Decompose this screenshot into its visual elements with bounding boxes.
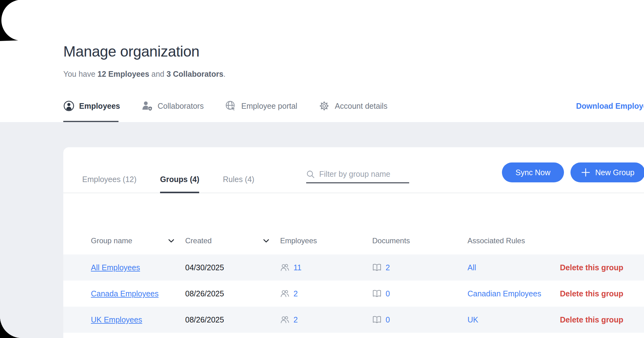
book-icon: [372, 290, 382, 298]
group-name-link[interactable]: UK Employees: [91, 315, 142, 324]
summary-mid: and: [149, 70, 167, 78]
chevron-down-icon: [263, 239, 269, 243]
delete-group-link[interactable]: Delete this group: [560, 315, 623, 324]
page-header: Manage organization You have 12 Employee…: [0, 0, 644, 122]
tab-account-details-label: Account details: [335, 102, 387, 111]
search-icon: [306, 170, 315, 179]
delete-group-link[interactable]: Delete this group: [560, 263, 623, 272]
collaborators-count-text: 3 Collaborators: [167, 70, 223, 78]
book-icon: [372, 263, 382, 272]
column-header-group-name[interactable]: Group name: [91, 236, 185, 245]
people-icon: [280, 290, 289, 298]
people-icon: [280, 316, 289, 324]
tab-employee-portal[interactable]: Employee portal: [225, 100, 297, 112]
column-header-associated-rules: Associated Rules: [467, 236, 560, 245]
table-row: Canada Employees 08/26/2025 2 0 Canadian…: [63, 281, 644, 307]
created-header-label: Created: [185, 236, 212, 245]
person-badge-icon: [141, 100, 153, 112]
window-corner-notch: [0, 0, 22, 43]
created-date: 04/30/2025: [185, 263, 280, 272]
employees-count-link[interactable]: 11: [293, 263, 302, 272]
tab-collaborators-label: Collaborators: [158, 102, 204, 111]
table-row: USA employees 08/26/2025 3 0 American Em…: [63, 333, 644, 338]
employees-count-text: 12 Employees: [97, 70, 149, 78]
main-nav-tabs: Employees Collaborators: [63, 97, 409, 115]
gear-icon: [318, 100, 330, 112]
summary-suffix: .: [223, 70, 226, 78]
toolbar-buttons: Sync Now New Group: [502, 162, 644, 182]
employees-count-link[interactable]: 2: [293, 289, 298, 298]
app-window: Manage organization You have 12 Employee…: [0, 0, 644, 338]
column-header-employees: Employees: [280, 236, 372, 245]
chevron-down-icon: [168, 239, 174, 243]
table-row: UK Employees 08/26/2025 2 0 UK Delete th…: [63, 307, 644, 333]
content-area: Employees (12) Groups (4) Rules (4) Sync…: [0, 122, 644, 338]
group-name-link[interactable]: Canada Employees: [91, 289, 159, 298]
group-filter: [306, 170, 409, 183]
org-summary-text: You have 12 Employees and 3 Collaborator…: [63, 70, 226, 79]
page-title: Manage organization: [63, 43, 199, 60]
sync-now-button[interactable]: Sync Now: [502, 162, 564, 182]
associated-rule-link[interactable]: UK: [467, 315, 478, 324]
book-icon: [372, 316, 382, 324]
created-date: 08/26/2025: [185, 289, 280, 298]
summary-prefix: You have: [63, 70, 97, 78]
group-name-header-label: Group name: [91, 236, 132, 245]
filter-by-group-name-input[interactable]: [319, 170, 419, 179]
documents-count-link[interactable]: 2: [386, 263, 390, 272]
tab-employees-label: Employees: [79, 102, 120, 111]
globe-icon: [225, 100, 237, 112]
card-toolbar: Employees (12) Groups (4) Rules (4) Sync…: [63, 147, 644, 193]
associated-rule-link[interactable]: Canadian Employees: [467, 289, 541, 298]
delete-group-link[interactable]: Delete this group: [560, 289, 623, 298]
tab-employee-portal-label: Employee portal: [241, 102, 297, 111]
created-date: 08/26/2025: [185, 315, 280, 324]
download-employees-link[interactable]: Download Employees: [576, 102, 644, 111]
table-row: All Employees 04/30/2025 11 2 All Delete…: [63, 254, 644, 281]
sync-now-label: Sync Now: [516, 168, 551, 177]
table-header-row: Group name Created Employees Documents A…: [63, 193, 644, 254]
associated-rule-link[interactable]: All: [467, 263, 476, 272]
tab-employees[interactable]: Employees: [63, 100, 120, 112]
documents-count-link[interactable]: 0: [386, 289, 390, 298]
tab-account-details[interactable]: Account details: [318, 100, 387, 112]
column-header-created[interactable]: Created: [185, 236, 280, 245]
plus-icon: [581, 168, 590, 177]
people-icon: [280, 263, 289, 272]
new-group-label: New Group: [595, 168, 634, 177]
person-circle-icon: [63, 100, 74, 112]
tab-collaborators[interactable]: Collaborators: [141, 100, 204, 112]
group-name-link[interactable]: All Employees: [91, 263, 140, 272]
new-group-button[interactable]: New Group: [570, 162, 644, 182]
tab-rules[interactable]: Rules (4): [223, 175, 254, 193]
tab-employees-list[interactable]: Employees (12): [82, 175, 136, 193]
tab-groups[interactable]: Groups (4): [160, 175, 199, 193]
groups-card: Employees (12) Groups (4) Rules (4) Sync…: [63, 147, 644, 338]
column-header-documents: Documents: [372, 236, 467, 245]
documents-count-link[interactable]: 0: [386, 315, 390, 324]
employees-count-link[interactable]: 2: [293, 315, 298, 324]
